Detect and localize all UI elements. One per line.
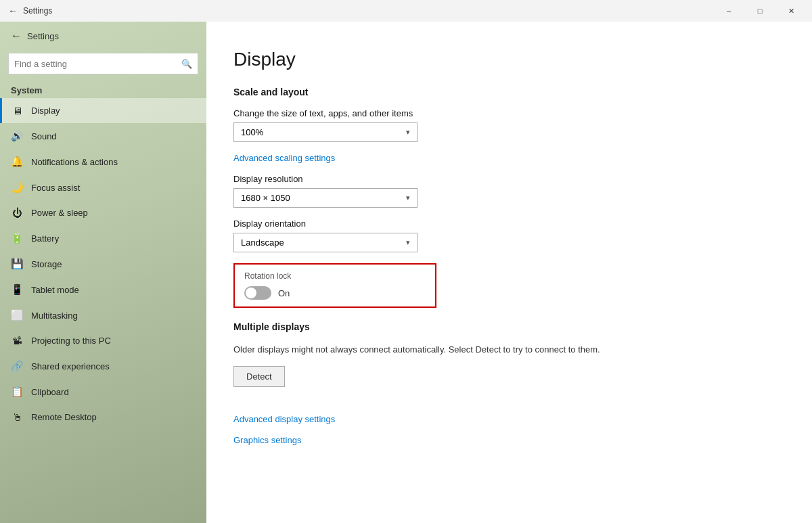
orientation-setting: Display orientation Landscape ▾ (233, 219, 785, 252)
titlebar-left: ← Settings (8, 5, 52, 16)
sidebar-item-label: Battery (31, 233, 59, 244)
sound-icon: 🔊 (11, 130, 23, 142)
notifications-icon: 🔔 (11, 156, 23, 168)
advanced-display-link[interactable]: Advanced display settings (233, 414, 785, 424)
resolution-value: 1680 × 1050 (241, 193, 290, 203)
close-button[interactable]: ✕ (775, 0, 807, 22)
back-arrow-icon: ← (11, 30, 22, 42)
rotation-lock-label: Rotation lock (244, 271, 426, 281)
sidebar-item-projecting[interactable]: 📽 Projecting to this PC (0, 328, 206, 353)
sidebar-item-label: Display (31, 106, 60, 116)
back-icon[interactable]: ← (8, 5, 18, 16)
multitasking-icon: ⬜ (11, 309, 23, 321)
sidebar-item-remote[interactable]: 🖱 Remote Desktop (0, 405, 206, 430)
resolution-dropdown[interactable]: 1680 × 1050 ▾ (233, 188, 418, 208)
multiple-displays-desc: Older displays might not always connect … (233, 343, 785, 357)
focus-icon: 🌙 (11, 181, 23, 194)
sidebar-item-label: Projecting to this PC (31, 336, 111, 346)
graphics-settings-link[interactable]: Graphics settings (233, 435, 785, 445)
search-box[interactable]: 🔍 (8, 53, 198, 74)
sidebar-item-label: Sound (31, 131, 57, 141)
display-icon: 🖥 (11, 105, 23, 116)
sidebar-item-label: Tablet mode (31, 285, 79, 295)
sidebar-item-notifications[interactable]: 🔔 Notifications & actions (0, 149, 206, 175)
minimize-button[interactable]: – (713, 0, 744, 22)
multiple-displays-title: Multiple displays (233, 321, 785, 332)
titlebar-controls: – □ ✕ (713, 0, 807, 22)
sidebar-item-shared[interactable]: 🔗 Shared experiences (0, 353, 206, 379)
sidebar-item-power[interactable]: ⏻ Power & sleep (0, 200, 206, 225)
advanced-scaling-link[interactable]: Advanced scaling settings (233, 153, 785, 163)
sidebar-item-battery[interactable]: 🔋 Battery (0, 225, 206, 251)
sidebar-item-label: Clipboard (31, 387, 69, 397)
orientation-dropdown-arrow: ▾ (406, 238, 410, 247)
sidebar-app-title: Settings (27, 31, 59, 41)
search-input[interactable] (14, 59, 181, 69)
scale-setting: Change the size of text, apps, and other… (233, 108, 785, 142)
search-icon: 🔍 (181, 59, 192, 69)
rotation-lock-toggle-row: On (244, 286, 426, 300)
sidebar-item-label: Power & sleep (31, 208, 88, 218)
multiple-displays-section: Multiple displays Older displays might n… (233, 321, 785, 401)
sidebar-item-label: Storage (31, 259, 62, 269)
battery-icon: 🔋 (11, 232, 23, 244)
sidebar: ← Settings 🔍 System 🖥 Display 🔊 Sound 🔔 … (0, 22, 206, 523)
power-icon: ⏻ (11, 207, 23, 219)
orientation-dropdown[interactable]: Landscape ▾ (233, 233, 418, 252)
sidebar-item-label: Remote Desktop (31, 412, 97, 422)
sidebar-section-title: System (0, 80, 206, 98)
sidebar-item-label: Notifications & actions (31, 157, 118, 167)
storage-icon: 💾 (11, 258, 23, 270)
resolution-setting: Display resolution 1680 × 1050 ▾ (233, 174, 785, 208)
rotation-lock-box: Rotation lock On (233, 263, 436, 308)
maximize-button[interactable]: □ (744, 0, 775, 22)
rotation-lock-toggle[interactable] (244, 286, 271, 300)
sidebar-item-clipboard[interactable]: 📋 Clipboard (0, 379, 206, 405)
sidebar-item-label: Multitasking (31, 311, 78, 321)
toggle-knob (246, 288, 256, 298)
sidebar-item-display[interactable]: 🖥 Display (0, 98, 206, 123)
shared-icon: 🔗 (11, 360, 23, 372)
scale-dropdown[interactable]: 100% ▾ (233, 122, 418, 142)
sidebar-item-label: Shared experiences (31, 361, 110, 371)
sidebar-item-storage[interactable]: 💾 Storage (0, 251, 206, 277)
orientation-value: Landscape (241, 237, 284, 248)
clipboard-icon: 📋 (11, 386, 23, 398)
projecting-icon: 📽 (11, 335, 23, 346)
scale-section: Scale and layout Change the size of text… (233, 87, 785, 308)
scale-value: 100% (241, 127, 263, 137)
rotation-lock-state: On (278, 288, 290, 298)
sidebar-item-label: Focus assist (31, 183, 80, 193)
resolution-dropdown-arrow: ▾ (406, 194, 410, 202)
tablet-icon: 📱 (11, 283, 23, 296)
titlebar-title: Settings (23, 6, 52, 16)
detect-button[interactable]: Detect (233, 366, 285, 387)
sidebar-back-button[interactable]: ← Settings (0, 22, 206, 50)
scale-label: Change the size of text, apps, and other… (233, 108, 785, 118)
sidebar-item-sound[interactable]: 🔊 Sound (0, 123, 206, 149)
orientation-label: Display orientation (233, 219, 785, 229)
app-body: ← Settings 🔍 System 🖥 Display 🔊 Sound 🔔 … (0, 22, 812, 523)
sidebar-item-multitasking[interactable]: ⬜ Multitasking (0, 302, 206, 328)
page-title: Display (233, 49, 785, 70)
main-content: Display Scale and layout Change the size… (206, 22, 812, 523)
titlebar: ← Settings – □ ✕ (0, 0, 812, 22)
remote-icon: 🖱 (11, 411, 23, 423)
sidebar-item-tablet[interactable]: 📱 Tablet mode (0, 277, 206, 302)
resolution-label: Display resolution (233, 174, 785, 184)
sidebar-item-focus[interactable]: 🌙 Focus assist (0, 175, 206, 200)
scale-dropdown-arrow: ▾ (406, 128, 410, 137)
scale-section-title: Scale and layout (233, 87, 785, 97)
